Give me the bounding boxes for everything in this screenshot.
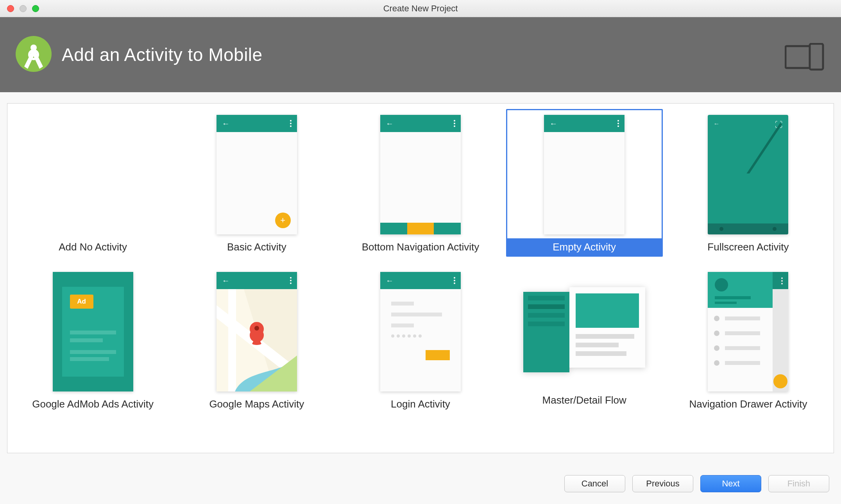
template-label: Google AdMob Ads Activity bbox=[16, 395, 170, 413]
previous-button[interactable]: Previous bbox=[632, 475, 693, 492]
close-window-button[interactable] bbox=[7, 5, 14, 12]
thumbnail-fullscreen: ← ⛶ bbox=[708, 115, 788, 234]
overflow-menu-icon bbox=[454, 277, 455, 284]
thumbnail-empty-activity: ← bbox=[544, 115, 624, 234]
template-label: Navigation Drawer Activity bbox=[671, 395, 825, 413]
thumbnail-basic-activity: ← + bbox=[217, 115, 297, 234]
form-factor-mobile-icon bbox=[785, 43, 825, 73]
next-button[interactable]: Next bbox=[700, 475, 761, 492]
template-basic-activity[interactable]: ← + Basic Activity bbox=[178, 109, 335, 257]
overflow-menu-icon bbox=[617, 120, 619, 127]
template-empty-activity[interactable]: ← Empty Activity bbox=[506, 109, 663, 257]
template-navigation-drawer-activity[interactable]: Navigation Drawer Activity bbox=[670, 266, 827, 414]
android-studio-logo-icon bbox=[16, 36, 52, 73]
thumbnail-admob: Ad bbox=[53, 272, 133, 391]
svg-point-9 bbox=[254, 326, 259, 331]
diagonal-decoration-icon bbox=[708, 115, 788, 173]
bottom-nav-bar-icon bbox=[380, 223, 461, 234]
template-admob-activity[interactable]: Ad Google AdMob Ads Activity bbox=[14, 266, 171, 414]
traffic-lights bbox=[7, 5, 39, 12]
overflow-menu-icon bbox=[290, 277, 292, 284]
back-arrow-icon: ← bbox=[386, 120, 394, 127]
template-label: Bottom Navigation Activity bbox=[343, 238, 497, 256]
template-label: Master/Detail Flow bbox=[507, 391, 662, 409]
back-arrow-icon: ← bbox=[222, 120, 230, 127]
fab-icon: + bbox=[275, 213, 291, 228]
login-button-icon bbox=[426, 350, 450, 360]
overflow-menu-icon bbox=[290, 120, 292, 127]
template-bottom-navigation-activity[interactable]: ← Bottom Navigation Activity bbox=[342, 109, 499, 257]
template-master-detail-flow[interactable]: Master/Detail Flow bbox=[506, 266, 663, 414]
thumbnail-bottom-nav: ← bbox=[380, 115, 461, 234]
minimize-window-button[interactable] bbox=[20, 5, 27, 12]
thumbnail-login: ← bbox=[380, 272, 461, 391]
template-login-activity[interactable]: ← Login Activity bbox=[342, 266, 499, 414]
thumbnail-maps: ← bbox=[217, 272, 297, 391]
overflow-menu-icon bbox=[454, 120, 455, 127]
activity-gallery-scroll[interactable]: Add No Activity ← + Basic Activity bbox=[7, 104, 834, 453]
window-titlebar: Create New Project bbox=[0, 0, 841, 17]
map-illustration-icon bbox=[217, 289, 297, 391]
back-arrow-icon: ← bbox=[386, 277, 394, 284]
back-arrow-icon: ← bbox=[549, 120, 557, 127]
template-add-no-activity[interactable]: Add No Activity bbox=[14, 109, 171, 257]
svg-rect-4 bbox=[810, 44, 823, 70]
template-fullscreen-activity[interactable]: ← ⛶ Fullscreen Activity bbox=[670, 109, 827, 257]
template-google-maps-activity[interactable]: ← bbox=[178, 266, 335, 414]
template-label: Google Maps Activity bbox=[179, 395, 334, 413]
thumbnail-no-activity bbox=[53, 115, 133, 234]
window-title: Create New Project bbox=[383, 4, 458, 14]
cancel-button[interactable]: Cancel bbox=[564, 475, 625, 492]
nav-bar-icon bbox=[708, 223, 788, 234]
back-arrow-icon: ← bbox=[222, 277, 230, 284]
wizard-title: Add an Activity to Mobile bbox=[62, 44, 263, 65]
thumbnail-master-detail bbox=[523, 272, 645, 388]
finish-button: Finish bbox=[768, 475, 829, 492]
wizard-button-row: Cancel Previous Next Finish bbox=[564, 475, 829, 492]
wizard-header: Add an Activity to Mobile bbox=[0, 17, 841, 92]
template-label: Basic Activity bbox=[179, 238, 334, 256]
svg-line-5 bbox=[715, 123, 781, 173]
zoom-window-button[interactable] bbox=[32, 5, 39, 12]
template-label: Add No Activity bbox=[16, 238, 170, 256]
activity-gallery-panel: Add No Activity ← + Basic Activity bbox=[7, 103, 834, 453]
template-label: Fullscreen Activity bbox=[671, 238, 825, 256]
template-label: Login Activity bbox=[343, 395, 497, 413]
thumbnail-nav-drawer bbox=[708, 272, 788, 391]
template-label: Empty Activity bbox=[507, 238, 662, 256]
ad-chip-icon: Ad bbox=[70, 295, 93, 309]
